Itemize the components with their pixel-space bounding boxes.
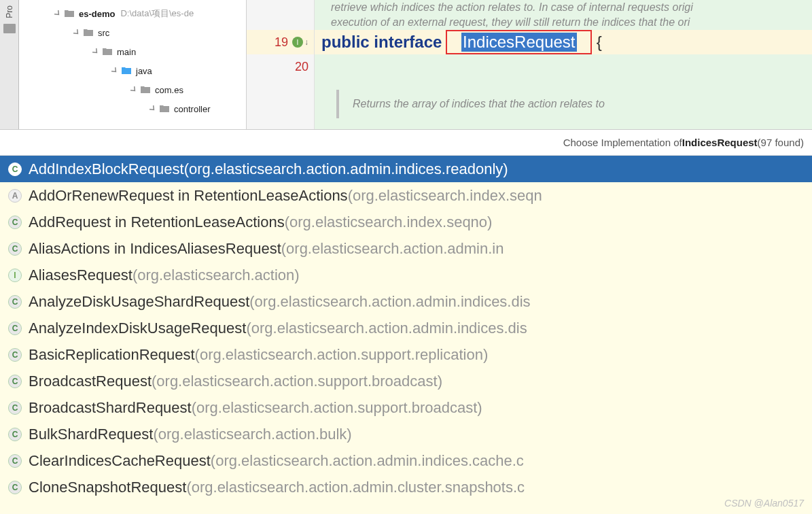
project-tree[interactable]: es-demoD:\data\项目\es-desrcmainjavacom.es… <box>19 0 247 129</box>
result-package: (org.elasticsearch.action.admin.in <box>281 240 504 258</box>
result-package: (org.elasticsearch.action.bulk) <box>153 426 351 443</box>
gutter-line[interactable]: 20 <box>247 54 314 79</box>
result-package: (org.elasticsearch.action.admin.indices.… <box>211 452 524 470</box>
chevron-down-icon[interactable] <box>53 9 63 18</box>
keyword-interface: interface <box>374 33 442 52</box>
implementation-result[interactable]: CCloneSnapshotRequest (org.elasticsearch… <box>0 474 812 500</box>
tree-node[interactable]: main <box>19 42 246 61</box>
folder-icon <box>102 46 113 57</box>
folder-icon <box>140 84 151 95</box>
project-tab-icon <box>3 24 16 33</box>
tree-node-label: com.es <box>155 85 183 95</box>
folder-icon <box>121 65 132 76</box>
result-classname: CloneSnapshotRequest <box>29 479 186 496</box>
result-classname: AnalyzeDiskUsageShardRequest <box>29 293 249 311</box>
class-icon: C <box>8 295 22 309</box>
implementation-result[interactable]: CBasicReplicationRequest (org.elasticsea… <box>0 341 812 368</box>
result-classname: BulkShardRequest <box>29 426 153 443</box>
code-editor[interactable]: 19I↓20 retrieve which indices the action… <box>247 0 812 129</box>
result-package: (org.elasticsearch.action) <box>133 267 300 284</box>
chevron-down-icon[interactable] <box>148 104 158 114</box>
implementation-result[interactable]: CAddIndexBlockRequest (org.elasticsearch… <box>0 156 812 182</box>
tree-node-label: main <box>117 47 136 57</box>
line-number: 20 <box>295 60 308 74</box>
class-icon: C <box>8 242 22 256</box>
tree-node-label: src <box>98 28 109 38</box>
anonymous-class-icon: A <box>8 189 22 203</box>
result-package: (org.elasticsearch.action.admin.indices.… <box>246 320 527 337</box>
folder-icon <box>159 103 170 114</box>
class-icon: C <box>8 322 22 335</box>
tree-node-label: controller <box>174 104 210 114</box>
chevron-down-icon[interactable] <box>110 66 120 75</box>
line-number: 19 <box>275 35 288 50</box>
result-classname: BroadcastRequest <box>29 373 152 390</box>
implementation-result[interactable]: CAliasActions in IndicesAliasesRequest (… <box>0 235 812 262</box>
result-classname: BroadcastShardRequest <box>29 399 192 417</box>
result-classname: AliasActions in IndicesAliasesRequest <box>29 240 281 258</box>
result-package: (org.elasticsearch.action.admin.indices.… <box>249 293 530 311</box>
implementation-popup: Choose Implementation of IndicesRequest … <box>0 129 812 514</box>
tree-node-path: D:\data\项目\es-de <box>120 7 194 20</box>
result-package: (org.elasticsearch.action.support.replic… <box>195 346 489 364</box>
result-package: (org.elasticsearch.action.admin.indices.… <box>184 160 508 178</box>
tree-node[interactable]: src <box>19 23 246 42</box>
result-classname: AddOrRenewRequest in RetentionLeaseActio… <box>29 187 348 205</box>
code-line-20[interactable] <box>315 54 812 79</box>
result-classname: BasicReplicationRequest <box>29 346 195 364</box>
result-package: (org.elasticsearch.action.support.broadc… <box>192 399 482 417</box>
popup-title-prefix: Choose Implementation of <box>563 137 682 148</box>
tree-node[interactable]: controller <box>19 99 246 118</box>
class-icon: C <box>8 454 22 468</box>
result-package: (org.elasticsearch.index.seqno) <box>285 213 493 231</box>
tree-node[interactable]: java <box>19 61 246 80</box>
tree-node[interactable]: es-demoD:\data\项目\es-de <box>19 4 246 23</box>
folder-icon <box>64 8 75 19</box>
result-classname: AnalyzeIndexDiskUsageRequest <box>29 320 246 337</box>
popup-header: Choose Implementation of IndicesRequest … <box>0 130 812 156</box>
javadoc-line: execution of an external request, they w… <box>315 15 812 30</box>
tree-node[interactable]: com.es <box>19 80 246 99</box>
result-package: (org.elasticsearch.index.seqn <box>348 187 542 205</box>
javadoc-line: retrieve which indices the action relate… <box>315 0 812 15</box>
implementation-result[interactable]: CBroadcastRequest (org.elasticsearch.act… <box>0 368 812 394</box>
chevron-down-icon[interactable] <box>91 47 101 56</box>
chevron-down-icon[interactable] <box>129 85 139 95</box>
class-icon: C <box>8 216 22 229</box>
code-line-19[interactable]: public interface IndicesRequest { <box>315 30 812 54</box>
implementation-result[interactable]: CClearIndicesCacheRequest (org.elasticse… <box>0 447 812 474</box>
class-icon: C <box>8 375 22 388</box>
implementation-result[interactable]: AAddOrRenewRequest in RetentionLeaseActi… <box>0 182 812 209</box>
gutter-line[interactable]: 19I↓ <box>247 30 314 54</box>
implementation-result[interactable]: CAnalyzeIndexDiskUsageRequest (org.elast… <box>0 315 812 341</box>
keyword-public: public <box>321 33 370 52</box>
project-tab-label: Pro <box>5 3 14 21</box>
implementation-result[interactable]: CBroadcastShardRequest (org.elasticsearc… <box>0 394 812 421</box>
class-icon: C <box>8 401 22 415</box>
implementation-icon[interactable]: I <box>292 37 303 48</box>
popup-title-classname: IndicesRequest <box>682 137 758 148</box>
tree-node-label: es-demo <box>79 9 115 19</box>
interface-icon: I <box>8 269 22 282</box>
class-icon: C <box>8 428 22 441</box>
down-arrow-icon: ↓ <box>304 37 308 47</box>
implementation-result[interactable]: IAliasesRequest (org.elasticsearch.actio… <box>0 262 812 288</box>
class-icon: C <box>8 162 22 176</box>
tree-node-label: java <box>136 66 152 76</box>
brace-open: { <box>597 33 602 52</box>
implementation-result[interactable]: CAddRequest in RetentionLeaseActions (or… <box>0 209 812 235</box>
selected-classname[interactable]: IndicesRequest <box>461 33 576 52</box>
popup-results-list[interactable]: CAddIndexBlockRequest (org.elasticsearch… <box>0 156 812 514</box>
implementation-result[interactable]: CBulkShardRequest (org.elasticsearch.act… <box>0 421 812 447</box>
project-tool-tab[interactable]: Pro <box>0 0 19 129</box>
editor-gutter: 19I↓20 <box>247 0 315 129</box>
highlighted-classname-box: IndicesRequest <box>446 30 592 54</box>
folder-icon <box>83 27 94 38</box>
result-package: (org.elasticsearch.action.admin.cluster.… <box>186 479 525 496</box>
implementation-result[interactable]: CAnalyzeDiskUsageShardRequest (org.elast… <box>0 288 812 315</box>
result-package: (org.elasticsearch.action.support.broadc… <box>152 373 442 390</box>
result-classname: AddIndexBlockRequest <box>29 160 184 178</box>
result-classname: AliasesRequest <box>29 267 133 284</box>
chevron-down-icon[interactable] <box>72 28 82 37</box>
code-content[interactable]: retrieve which indices the action relate… <box>315 0 812 129</box>
